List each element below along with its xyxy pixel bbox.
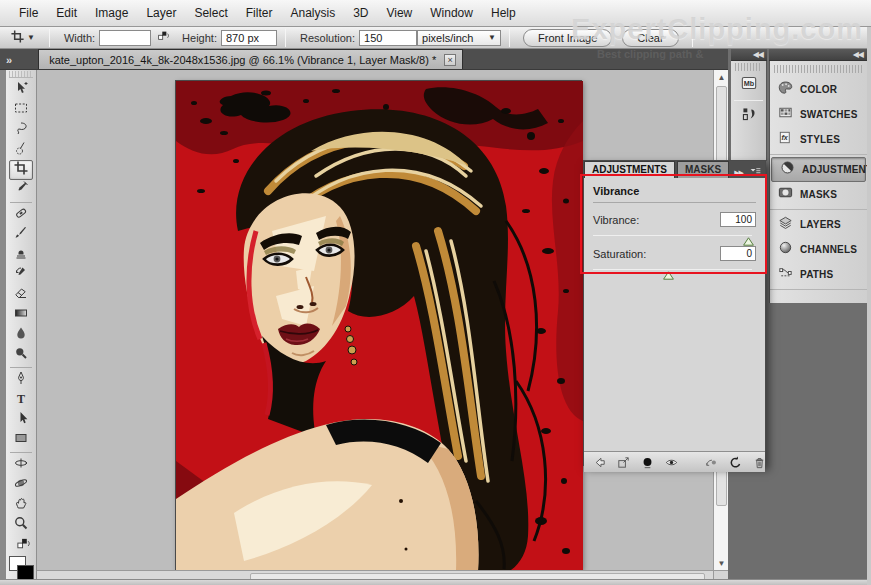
tool-pen-button[interactable] — [9, 370, 33, 390]
menu-item-file[interactable]: File — [10, 2, 47, 24]
dock-collapse-header[interactable]: ◀◀ — [731, 49, 767, 61]
blur-icon — [13, 325, 29, 345]
swap-dimensions-icon[interactable] — [157, 30, 170, 45]
menu-item-3d[interactable]: 3D — [344, 2, 377, 24]
panel-grip[interactable] — [735, 63, 762, 71]
background-color-swatch[interactable] — [17, 565, 34, 580]
divider — [10, 367, 32, 368]
rectangular-marquee-icon — [13, 100, 29, 120]
control-value-input[interactable]: 100 — [720, 212, 756, 227]
panel-menu-icon[interactable] — [749, 164, 762, 182]
canvas-image[interactable] — [175, 80, 582, 570]
return-arrow-icon[interactable] — [592, 455, 607, 470]
menu-item-select[interactable]: Select — [185, 2, 236, 24]
front-image-button[interactable]: Front Image — [523, 29, 612, 47]
tool-zoom-button[interactable] — [9, 515, 33, 535]
vibrance-adjustment-content: Vibrance Vibrance:100Saturation:0 — [584, 178, 765, 451]
menu-item-analysis[interactable]: Analysis — [281, 2, 344, 24]
collapse-arrows-icon[interactable]: ◀◀ — [753, 50, 763, 59]
menu-item-layer[interactable]: Layer — [137, 2, 185, 24]
panel-grip[interactable] — [774, 65, 863, 73]
dock-item-label: PATHS — [800, 269, 833, 280]
menu-item-window[interactable]: Window — [421, 2, 482, 24]
delete-icon[interactable] — [752, 455, 767, 470]
document-tab[interactable]: kate_upton_2016_4k_8k-2048x1536.jpg @ 66… — [38, 49, 463, 69]
visibility-eye-icon[interactable] — [664, 455, 679, 470]
tool-brush-button[interactable] — [9, 225, 33, 245]
reset-icon[interactable] — [728, 455, 743, 470]
clone-source-icon — [739, 104, 759, 128]
tool-crop-button[interactable] — [9, 160, 33, 180]
dock-item-adjustments[interactable]: ADJUSTMENTS — [771, 157, 866, 182]
tool-gradient-button[interactable] — [9, 305, 33, 325]
brush-icon — [13, 225, 29, 245]
tool-spot-healing-brush-button[interactable] — [9, 205, 33, 225]
tool-rectangle-button[interactable] — [9, 430, 33, 450]
adjustments-icon — [779, 159, 796, 180]
panel-icon-clone-source[interactable] — [736, 104, 762, 128]
width-input[interactable] — [99, 30, 151, 46]
dock-item-layers[interactable]: LAYERS — [770, 212, 867, 237]
slider-thumb-icon[interactable] — [743, 232, 754, 241]
tool-path-selection-button[interactable] — [9, 410, 33, 430]
tool-blur-button[interactable] — [9, 325, 33, 345]
dock-item-label: COLOR — [800, 84, 837, 95]
tab-adjustments[interactable]: ADJUSTMENTS — [584, 161, 675, 178]
toolbox-grip[interactable] — [9, 71, 33, 78]
dock-item-color[interactable]: COLOR — [770, 77, 867, 102]
tool-rectangular-marquee-button[interactable] — [9, 100, 33, 120]
resolution-input[interactable]: 150 — [359, 30, 417, 46]
dock-item-label: LAYERS — [800, 219, 841, 230]
dock-item-styles[interactable]: fxSTYLES — [770, 127, 867, 152]
tool-preset-picker[interactable]: ▼ — [0, 29, 41, 46]
panel-icon-mini-bridge[interactable]: Mb — [736, 73, 762, 97]
window-frame — [0, 579, 871, 585]
tool-dodge-button[interactable] — [9, 345, 33, 365]
tool-move-button[interactable] — [9, 80, 33, 100]
tool-clone-stamp-button[interactable] — [9, 245, 33, 265]
collapse-arrows-icon[interactable]: ◀◀ — [853, 50, 863, 59]
tool-type-button[interactable]: T — [9, 390, 33, 410]
panel-group: LAYERSCHANNELSPATHS — [770, 210, 867, 290]
clear-button[interactable]: Clear — [622, 29, 678, 47]
menu-item-filter[interactable]: Filter — [237, 2, 282, 24]
tool-quick-selection-button[interactable] — [9, 140, 33, 160]
tool-eraser-button[interactable] — [9, 285, 33, 305]
dock-item-channels[interactable]: CHANNELS — [770, 237, 867, 262]
dock-item-swatches[interactable]: SWATCHES — [770, 102, 867, 127]
menu-item-edit[interactable]: Edit — [47, 2, 86, 24]
tool-lasso-button[interactable] — [9, 120, 33, 140]
control-slider[interactable] — [593, 263, 756, 277]
toolbox: T — [6, 70, 37, 579]
menu-item-view[interactable]: View — [377, 2, 421, 24]
scroll-down-icon[interactable]: ▼ — [714, 556, 729, 570]
menu-item-image[interactable]: Image — [86, 2, 137, 24]
dodge-icon — [13, 345, 29, 365]
quick-selection-icon — [13, 140, 29, 160]
height-input[interactable]: 870 px — [221, 30, 277, 46]
dock-item-masks[interactable]: MASKS — [770, 182, 867, 207]
menu-item-help[interactable]: Help — [482, 2, 525, 24]
swap-colors-icon[interactable] — [16, 537, 34, 556]
control-value-input[interactable]: 0 — [720, 246, 756, 261]
slider-thumb-icon[interactable] — [663, 266, 674, 275]
document-tab-bar: » kate_upton_2016_4k_8k-2048x1536.jpg @ … — [0, 49, 728, 70]
expanded-view-icon[interactable] — [616, 455, 631, 470]
tab-masks[interactable]: MASKS — [677, 161, 729, 178]
tool-eyedropper-button[interactable] — [9, 180, 33, 200]
tool-history-brush-button[interactable] — [9, 265, 33, 285]
panel-expand-arrows-icon[interactable]: ▶▶ — [734, 169, 743, 177]
tool-hand-button[interactable] — [9, 495, 33, 515]
tool-3d-rotate-button[interactable] — [9, 455, 33, 475]
previous-state-icon[interactable] — [704, 455, 719, 470]
dock-collapse-header[interactable]: ◀◀ — [769, 49, 867, 61]
clip-to-layer-icon[interactable] — [640, 455, 655, 470]
dock-item-paths[interactable]: PATHS — [770, 262, 867, 287]
tab-overflow-icon[interactable]: » — [0, 54, 16, 69]
control-slider[interactable] — [593, 229, 756, 243]
close-icon[interactable]: × — [444, 54, 456, 66]
resolution-unit-select[interactable]: pixels/inch ▼ — [417, 30, 501, 46]
tool-3d-orbit-button[interactable] — [9, 475, 33, 495]
scroll-up-icon[interactable]: ▲ — [714, 70, 729, 84]
resolution-label: Resolution: — [300, 32, 355, 44]
